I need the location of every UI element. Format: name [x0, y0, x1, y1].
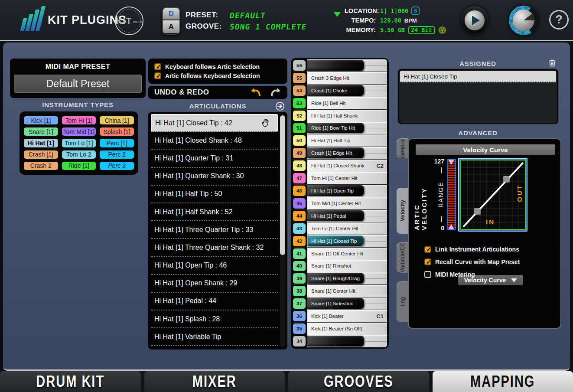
piano-key-row[interactable]: 44 Hi Hat [1] Pedal [293, 210, 387, 222]
instrument-type-button[interactable]: Snare [1] [24, 127, 58, 136]
piano-key[interactable]: Hi Hat [1] Closed Tip [307, 235, 387, 247]
articulation-item[interactable]: Hi Hat [1] Quarter Tip : 31 [151, 150, 278, 167]
piano-key-row[interactable]: 48 Hi Hat [1] Closed Shank C2 [293, 160, 387, 172]
articulation-item[interactable]: Hi Hat [1] Half Tip : 50 [151, 186, 278, 203]
checkbox[interactable] [154, 72, 161, 79]
note-number-chip[interactable]: 53 [293, 98, 306, 108]
instrument-type-button[interactable]: Tom Lo [1] [62, 139, 96, 147]
note-number-chip[interactable]: 54 [293, 85, 306, 96]
trash-icon[interactable] [547, 58, 557, 68]
instrument-type-button[interactable]: Crash [1] [24, 150, 58, 159]
articulation-item[interactable]: Hi Hat [1] Open Tip : 46 [151, 257, 278, 275]
piano-key[interactable]: Crash [1] Choke [307, 85, 387, 97]
piano-key-row[interactable]: 47 Tom Hi [1] Center Hit [293, 172, 387, 185]
piano-key[interactable]: Snare [1] Rough/Drag [307, 272, 387, 284]
instrument-type-button[interactable]: Crash 2 [24, 162, 58, 170]
instrument-type-button[interactable]: Tom Mid [1] [62, 127, 96, 136]
assigned-item[interactable]: Hi Hat [1] Closed Tip [400, 71, 556, 82]
piano-key[interactable]: Kick [1] Beater C1 [307, 310, 387, 322]
piano-key-row[interactable]: 55 Crash 3 Edge Hit [293, 72, 387, 85]
piano-key-row[interactable]: 39 Snare [1] Rough/Drag [293, 272, 387, 285]
note-number-chip[interactable]: 49 [293, 148, 306, 158]
velocity-range-slider[interactable] [447, 159, 456, 230]
articulations-scrollbar[interactable] [280, 114, 285, 347]
range-min-handle[interactable] [448, 224, 454, 229]
piano-key[interactable] [307, 335, 387, 347]
piano-key-row[interactable]: 41 Snare [1] Off Center Hit [293, 248, 387, 260]
piano-key-row[interactable]: 36 Kick [1] Beater C1 [293, 310, 387, 323]
instrument-type-button[interactable]: Hi Hat [1] [24, 139, 58, 147]
default-preset-button[interactable]: Default Preset [14, 75, 142, 93]
preset-value[interactable]: DEFAULT [229, 11, 267, 20]
piano-key[interactable]: Hi Hat [1] Half Shank [307, 110, 387, 122]
note-number-chip[interactable]: 39 [293, 273, 306, 284]
piano-key[interactable]: Snare [1] Rimshot [307, 260, 387, 272]
note-number-chip[interactable]: 47 [293, 173, 306, 183]
advanced-tab[interactable]: General [397, 138, 408, 158]
nav-tab[interactable]: GROOVES [288, 371, 429, 392]
note-number-chip[interactable]: 44 [293, 211, 306, 221]
articulation-item[interactable]: Hi Hat [1] Half Shank : 52 [151, 203, 278, 221]
piano-key[interactable]: Ride [1] Bow Tip Hit [307, 122, 387, 134]
advanced-option-row[interactable]: Link Instrument Articulations [424, 246, 520, 253]
piano-key-row[interactable]: 51 Ride [1] Bow Tip Hit [293, 122, 387, 135]
digital-button[interactable]: D [163, 8, 179, 20]
digital-analog-toggle[interactable]: D A [162, 7, 180, 35]
advanced-tab[interactable]: Variable/CC [397, 242, 408, 273]
curve-handle-low[interactable] [475, 209, 480, 214]
checkbox[interactable] [424, 271, 431, 278]
nav-tab[interactable]: MIXER [144, 371, 285, 392]
instrument-type-button[interactable]: Perc 3 [100, 162, 134, 170]
groove-value[interactable]: SONG 1 COMPLETE [229, 22, 308, 31]
note-number-chip[interactable]: 46 [293, 186, 306, 196]
redo-icon[interactable] [270, 87, 281, 98]
checkbox[interactable] [424, 246, 431, 253]
note-number-chip[interactable]: 43 [293, 223, 306, 234]
note-number-chip[interactable]: 37 [293, 298, 306, 309]
piano-key-row[interactable]: 43 Tom Lo [1] Center Hit [293, 222, 387, 235]
advanced-option-row[interactable]: Recall Curve with Map Preset [424, 258, 520, 265]
help-button[interactable]: ? [549, 10, 569, 29]
instrument-type-button[interactable]: Perc [1] [100, 139, 134, 147]
piano-key[interactable]: Tom Hi [1] Center Hit [307, 172, 387, 184]
piano-key[interactable]: Hi Hat [1] Pedal [307, 210, 387, 222]
expand-arrow-icon[interactable] [275, 101, 285, 111]
piano-key-row[interactable]: 45 Tom Mid [1] Center Hit [293, 197, 387, 210]
piano-key-row[interactable]: 56 [293, 59, 387, 72]
note-number-chip[interactable]: 41 [293, 248, 306, 259]
articulation-item[interactable]: Hi Hat [1] Quarter Shank : 30 [151, 168, 278, 186]
note-number-chip[interactable]: 56 [293, 60, 306, 71]
piano-key[interactable]: Snare [1] Sidestick [307, 297, 387, 310]
articulation-item[interactable]: Hi Hat [1] Variable Tip [151, 328, 278, 346]
follow-option-row[interactable]: Keyboard follows Artic Selection [154, 63, 281, 70]
articulation-item[interactable]: Hi Hat [1] Pedal : 44 [151, 293, 278, 310]
volume-knob[interactable] [509, 6, 538, 35]
piano-key-row[interactable]: 49 Crash [1] Edge Hit [293, 147, 387, 160]
advanced-option-row[interactable]: MIDI Metering [424, 271, 520, 278]
instrument-type-button[interactable]: Tom Lo 2 [62, 150, 96, 159]
checkbox[interactable] [424, 258, 431, 265]
curve-handle-high[interactable] [504, 176, 509, 182]
articulation-item[interactable]: Hi Hat [1] Closed Tip : 42 [151, 114, 278, 132]
piano-key-row[interactable]: 40 Snare [1] Rimshot [293, 260, 387, 273]
piano-key-row[interactable]: 38 Snare [1] Center Hit [293, 285, 387, 297]
note-number-chip[interactable]: 45 [293, 198, 306, 209]
piano-key[interactable]: Hi Hat [1] Open Tip [307, 185, 387, 197]
note-number-chip[interactable]: 34 [293, 336, 306, 346]
note-number-chip[interactable]: 40 [293, 261, 306, 271]
instrument-type-button[interactable]: Tom Hi [1] [62, 116, 96, 124]
note-number-chip[interactable]: 36 [293, 311, 306, 321]
piano-key[interactable]: Snare [1] Off Center Hit [307, 248, 387, 260]
piano-key-row[interactable]: 34 [293, 335, 387, 347]
note-number-chip[interactable]: 52 [293, 111, 306, 121]
note-number-chip[interactable]: 51 [293, 123, 306, 134]
piano-key-row[interactable]: 50 Hi Hat [1] Half Tip [293, 134, 387, 147]
advanced-tab[interactable]: Velocity [397, 188, 408, 234]
piano-key[interactable]: Crash [1] Edge Hit [307, 147, 387, 159]
note-number-chip[interactable]: 48 [293, 160, 306, 171]
sync-badge[interactable]: S [411, 7, 420, 15]
piano-key[interactable]: Tom Mid [1] Center Hit [307, 197, 387, 209]
instrument-type-button[interactable]: Perc 2 [100, 150, 134, 159]
piano-key[interactable]: Hi Hat [1] Closed Shank C2 [307, 160, 387, 172]
piano-key-row[interactable]: 46 Hi Hat [1] Open Tip [293, 185, 387, 197]
